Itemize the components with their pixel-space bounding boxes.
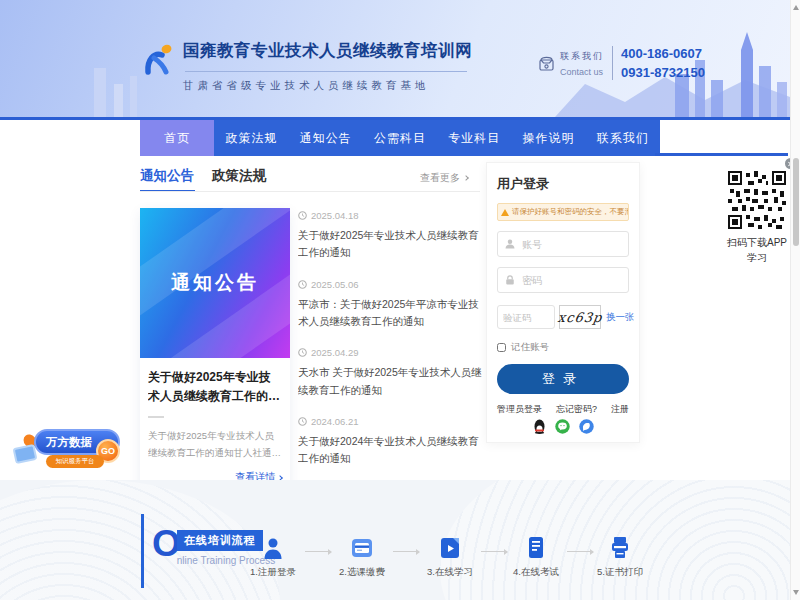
contact-label-en: Contact us [560, 67, 604, 77]
brand: 国雍教育专业技术人员继续教育培训网 甘肃省省级专业技术人员继续教育基地 [140, 40, 472, 93]
scrollbar[interactable] [790, 0, 800, 600]
arrow-right-icon [305, 551, 331, 552]
news-title: 天水市 关于做好2025年专业技术人员继续教育工作的通知 [298, 364, 482, 399]
contact-block: 联系我们 Contact us 400-186-0607 0931-873215… [538, 44, 705, 82]
news-item[interactable]: 2025.05.06 平凉市：关于做好2025年平凉市专业技术人员继续教育工作的… [298, 279, 482, 331]
login-button[interactable]: 登录 [497, 364, 629, 394]
login-title: 用户登录 [497, 175, 629, 193]
arrow-right-icon [393, 551, 419, 552]
lock-icon [504, 274, 516, 286]
news-title: 关于做好2025年专业技术人员继续教育工作的通知 [298, 227, 482, 262]
qr-caption: 扫码下载APP 学习 [722, 235, 792, 265]
scroll-up-icon[interactable] [793, 5, 799, 10]
qr-caption-line1: 扫码下载APP [722, 235, 792, 250]
scrollbar-thumb[interactable] [793, 158, 799, 246]
view-more-label: 查看更多 [420, 171, 460, 185]
featured-divider [148, 416, 164, 418]
remember-checkbox[interactable] [497, 343, 506, 352]
password-input[interactable] [497, 267, 629, 293]
step-online-study: 3.在线学习 [419, 535, 481, 579]
wechat-icon[interactable] [555, 419, 570, 434]
arrow-right-icon [481, 551, 507, 552]
header-banner: 国雍教育专业技术人员继续教育培训网 甘肃省省级专业技术人员继续教育基地 联系我们… [0, 0, 800, 117]
news-date: 2024.06.21 [311, 416, 359, 427]
blue-chat-icon[interactable] [579, 419, 594, 434]
captcha-refresh-link[interactable]: 换一张 [606, 311, 635, 324]
news-date-row: 2025.04.18 [298, 210, 482, 221]
tab-policies[interactable]: 政策法规 [212, 167, 266, 185]
clock-icon [298, 211, 307, 220]
contact-divider [612, 46, 613, 80]
news-date: 2025.05.06 [311, 279, 359, 290]
phone-numbers: 400-186-0607 0931-8732150 [621, 44, 705, 82]
news-date: 2025.04.18 [311, 210, 359, 221]
site-logo-icon [140, 40, 176, 76]
view-more-link[interactable]: 查看更多 [420, 171, 468, 185]
site-title: 国雍教育专业技术人员继续教育培训网 [183, 40, 472, 62]
nav-item-professional-subjects[interactable]: 专业科目 [437, 120, 511, 156]
qr-caption-line2: 学习 [722, 250, 792, 265]
contact-label-cn: 联系我们 [560, 50, 604, 63]
step-label: 1.注册登录 [242, 566, 304, 579]
login-panel: 用户登录 请保护好账号和密码的安全，不要泄露给他人 xc63p 换一张 记住账号… [486, 162, 640, 443]
scroll-down-icon[interactable] [793, 590, 799, 595]
remember-row: 记住账号 [497, 341, 629, 354]
news-title: 关于做好2024年专业技术人员继续教育工作的通知 [298, 433, 482, 468]
news-item[interactable]: 2025.04.18 关于做好2025年专业技术人员继续教育工作的通知 [298, 210, 482, 262]
process-accent-bar [141, 514, 144, 588]
news-item[interactable]: 2025.04.29 天水市 关于做好2025年专业技术人员继续教育工作的通知 [298, 347, 482, 399]
warning-icon [501, 209, 509, 216]
captcha-row: xc63p 换一张 [497, 305, 629, 329]
nav-item-home[interactable]: 首页 [140, 120, 214, 156]
password-field [497, 267, 629, 293]
news-item[interactable]: 2024.06.21 关于做好2024年专业技术人员继续教育工作的通知 [298, 416, 482, 468]
chevron-right-icon [463, 175, 469, 181]
news-date: 2025.04.29 [311, 347, 359, 358]
news-list: 2025.04.18 关于做好2025年专业技术人员继续教育工作的通知 2025… [298, 210, 482, 485]
remember-label: 记住账号 [511, 341, 549, 354]
phone-number-1: 400-186-0607 [621, 44, 705, 63]
featured-title: 关于做好2025年专业技术人员继续教育工作的通知 [148, 368, 282, 406]
nav-item-notices[interactable]: 通知公告 [289, 120, 363, 156]
nav-item-contact[interactable]: 联系我们 [586, 120, 660, 156]
site-subtitle: 甘肃省省级专业技术人员继续教育基地 [183, 79, 472, 93]
step-select-course: 2.选课缴费 [331, 535, 393, 579]
nav-item-instructions[interactable]: 操作说明 [511, 120, 585, 156]
user-icon [504, 238, 516, 250]
featured-excerpt: 关于做好2025年专业技术人员继续教育工作的通知甘人社通〔2025〕127号各市… [148, 427, 282, 461]
captcha-image[interactable]: xc63p [559, 305, 601, 329]
clock-icon [298, 417, 307, 426]
tab-notices[interactable]: 通知公告 [140, 167, 194, 185]
admin-login-link[interactable]: 管理员登录 [497, 403, 542, 416]
captcha-input[interactable] [497, 305, 555, 329]
step-print-certificate: 5.证书打印 [589, 535, 651, 579]
featured-notice-card[interactable]: 通知公告 关于做好2025年专业技术人员继续教育工作的通知 关于做好2025年专… [140, 208, 290, 492]
wanfang-sub-ribbon: 知识服务平台 [46, 455, 104, 468]
clock-icon [298, 348, 307, 357]
security-warning: 请保护好账号和密码的安全，不要泄露给他人 [497, 203, 629, 221]
news-date-row: 2024.06.21 [298, 416, 482, 427]
page: 国雍教育专业技术人员继续教育培训网 甘肃省省级专业技术人员继续教育基地 联系我们… [0, 0, 800, 600]
contact-labels: 联系我们 Contact us [560, 50, 604, 77]
certificate-print-icon [611, 536, 629, 559]
captcha-text: xc63p [557, 310, 604, 325]
warning-text: 请保护好账号和密码的安全，不要泄露给他人 [512, 207, 629, 217]
brand-text: 国雍教育专业技术人员继续教育培训网 甘肃省省级专业技术人员继续教育基地 [183, 40, 472, 93]
nav-item-public-subjects[interactable]: 公需科目 [363, 120, 437, 156]
forgot-password-link[interactable]: 忘记密码? [556, 403, 597, 416]
course-payment-icon [351, 537, 373, 559]
phone-number-2: 0931-8732150 [621, 63, 705, 82]
clock-icon [298, 280, 307, 289]
wanfang-data-badge[interactable]: 万方数据 GO 知识服务平台 [8, 422, 120, 478]
register-login-icon [263, 537, 283, 559]
nav-item-policies[interactable]: 政策法规 [214, 120, 288, 156]
news-title: 平凉市：关于做好2025年平凉市专业技术人员继续教育工作的通知 [298, 296, 482, 331]
qq-icon[interactable] [533, 419, 546, 434]
wanfang-pill: 万方数据 GO [34, 429, 120, 455]
step-label: 3.在线学习 [419, 566, 481, 579]
news-date-row: 2025.05.06 [298, 279, 482, 290]
register-link[interactable]: 注册 [611, 403, 629, 416]
step-register: 1.注册登录 [242, 535, 304, 579]
account-input[interactable] [497, 231, 629, 257]
phone-icon [538, 55, 555, 72]
